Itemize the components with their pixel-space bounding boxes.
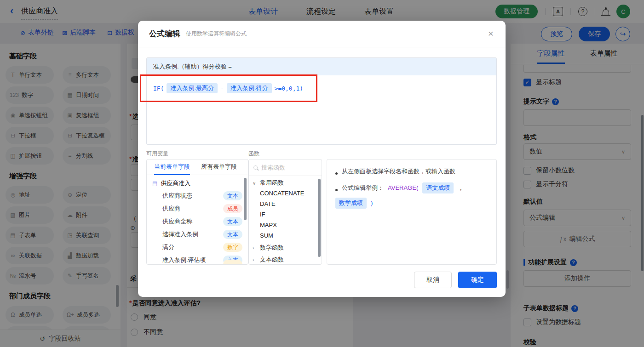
example-close-paren: )	[371, 199, 373, 208]
function-item-date[interactable]: DATE	[249, 199, 322, 209]
tree-root-label: 供应商准入	[161, 179, 190, 188]
bullet-icon	[335, 189, 338, 191]
tip-text: 公式编辑举例：	[342, 183, 384, 193]
chevron-down-icon: ∨	[253, 181, 257, 186]
help-panel: 从左侧面板选择字段名和函数，或输入函数 公式编辑举例： AVERAGE( 语文成…	[327, 159, 497, 265]
modal-header: 公式编辑 使用数学运算符编辑公式 ×	[138, 21, 506, 47]
formula-target-field: 准入条例.（辅助）得分校验 =	[147, 58, 496, 75]
function-group-math[interactable]: › 数学函数	[249, 241, 322, 253]
formula-operator: -	[220, 85, 224, 92]
search-icon	[253, 165, 258, 170]
formula-fn-open: IF(	[153, 85, 164, 92]
variable-row[interactable]: 供应商全称 文本	[147, 215, 248, 228]
chevron-right-icon: ›	[253, 245, 257, 250]
variable-name: 满分	[162, 243, 174, 251]
document-icon: ▤	[152, 180, 157, 187]
function-item-mapx[interactable]: MAPX	[249, 220, 322, 230]
example-variable-chip: 数学成绩	[335, 198, 367, 209]
variable-row[interactable]: 供应商 成员	[147, 202, 248, 215]
function-search-input[interactable]	[261, 164, 307, 171]
variable-name: 选择准入条例	[162, 230, 198, 239]
group-label: 数学函数	[260, 244, 284, 252]
functions-heading: 函数	[248, 150, 259, 158]
example-function: AVERAGE(	[388, 183, 418, 193]
modal-subtitle: 使用数学运算符编辑公式	[186, 30, 247, 38]
function-search[interactable]	[249, 159, 322, 176]
function-item-sum[interactable]: SUM	[249, 230, 322, 241]
variable-row[interactable]: 满分 数字	[147, 241, 248, 254]
variable-name: 准入条例.评估项	[162, 256, 206, 264]
type-badge: 文本	[223, 230, 242, 239]
variables-heading: 可用变量	[146, 150, 168, 158]
function-group-text[interactable]: › 文本函数	[249, 253, 322, 265]
variable-name: 供应商	[162, 205, 180, 213]
bullet-icon	[335, 172, 338, 175]
group-label: 文本函数	[260, 256, 284, 264]
confirm-button[interactable]: 确定	[458, 272, 497, 288]
modal-title: 公式编辑	[149, 28, 180, 39]
example-separator: ，	[458, 183, 464, 193]
variable-name: 供应商全称	[162, 217, 192, 226]
type-badge: 成员	[223, 204, 242, 213]
close-icon[interactable]: ×	[488, 28, 494, 38]
tip-text: 从左侧面板选择字段名和函数，或输入函数	[342, 167, 455, 176]
function-item-if[interactable]: IF	[249, 209, 322, 220]
type-badge: 文本	[223, 217, 242, 226]
functions-scrollbar[interactable]	[318, 179, 321, 257]
help-tip-1: 从左侧面板选择字段名和函数，或输入函数	[335, 167, 489, 176]
type-badge: 文本	[223, 191, 242, 200]
variable-row[interactable]: 供应商状态 文本	[147, 189, 248, 202]
variables-tabs: 当前表单字段 所有表单字段	[147, 159, 248, 175]
cancel-button[interactable]: 取消	[414, 272, 452, 288]
example-variable-chip: 语文成绩	[422, 182, 454, 193]
formula-expression[interactable]: IF( 准入条例.最高分 - 准入条例.得分 >=0,0,1)	[147, 75, 496, 101]
tab-current-form-fields[interactable]: 当前表单字段	[154, 159, 190, 175]
formula-tail: >=0,0,1)	[275, 85, 304, 92]
formula-variable-chip[interactable]: 准入条例.最高分	[167, 83, 218, 93]
type-badge: 数字	[223, 243, 242, 252]
partial-badge	[223, 260, 242, 265]
app-root: ‹ 供应商准入 表单设计 流程设定 表单设置 数据管理 A ? C ⊘ 表单外链…	[0, 0, 644, 347]
group-label: 常用函数	[260, 179, 284, 187]
chevron-right-icon: ›	[253, 257, 257, 262]
functions-panel: ∨ 常用函数 CONCATENATE DATE IF MAPX SUM › 数学…	[248, 159, 322, 265]
variables-scrollbar[interactable]	[244, 178, 247, 220]
help-tip-2: 公式编辑举例： AVERAGE( 语文成绩 ， 数学成绩 )	[335, 182, 489, 209]
formula-editor[interactable]: 准入条例.（辅助）得分校验 = IF( 准入条例.最高分 - 准入条例.得分 >…	[146, 57, 497, 145]
function-item-concatenate[interactable]: CONCATENATE	[249, 188, 322, 199]
formula-variable-chip[interactable]: 准入条例.得分	[227, 83, 272, 93]
tree-root-form[interactable]: ▤ 供应商准入	[147, 175, 248, 189]
target-text: 准入条例.（辅助）得分校验 =	[153, 63, 232, 71]
variables-panel: 当前表单字段 所有表单字段 ▤ 供应商准入 供应商状态 文本 供应商 成员 供应…	[146, 159, 248, 265]
function-group-common[interactable]: ∨ 常用函数	[249, 176, 322, 188]
formula-edit-modal: 公式编辑 使用数学运算符编辑公式 × 准入条例.（辅助）得分校验 = IF( 准…	[138, 21, 506, 297]
variable-row[interactable]: 选择准入条例 文本	[147, 228, 248, 241]
variable-name: 供应商状态	[162, 192, 192, 200]
tab-all-form-fields[interactable]: 所有表单字段	[201, 159, 237, 175]
